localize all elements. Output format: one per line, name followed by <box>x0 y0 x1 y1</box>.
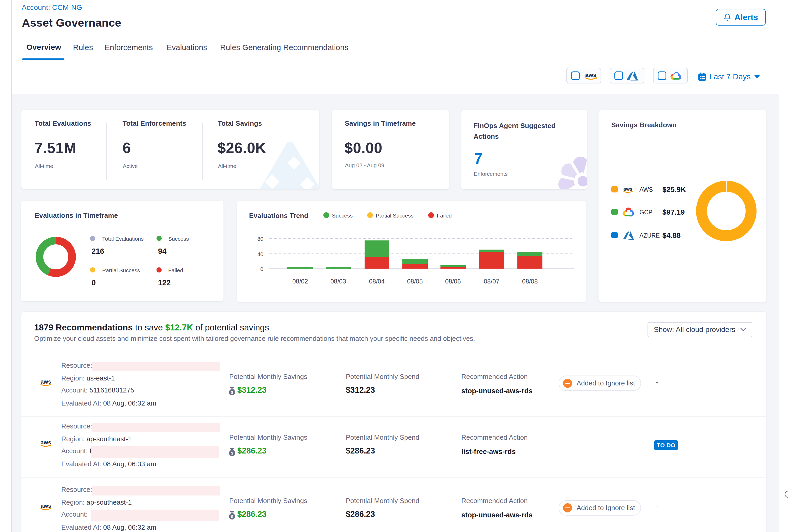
svg-text:aws: aws <box>40 502 51 509</box>
svg-text:0: 0 <box>260 266 263 272</box>
svg-text:08/04: 08/04 <box>369 278 385 285</box>
svg-text:08/07: 08/07 <box>484 278 499 285</box>
svg-text:aws: aws <box>624 187 632 192</box>
svg-text:08/05: 08/05 <box>407 278 423 285</box>
svg-text:aws: aws <box>40 439 51 446</box>
svg-text:08/02: 08/02 <box>292 278 308 285</box>
svg-text:40: 40 <box>258 251 263 257</box>
svg-text:80: 80 <box>258 236 263 242</box>
svg-text:$: $ <box>231 514 233 519</box>
svg-text:08/08: 08/08 <box>522 278 538 285</box>
svg-text:$: $ <box>231 390 233 395</box>
svg-text:$: $ <box>231 451 233 455</box>
svg-text:aws: aws <box>40 378 51 385</box>
svg-text:08/03: 08/03 <box>330 278 346 285</box>
svg-text:aws: aws <box>585 72 596 78</box>
svg-text:08/06: 08/06 <box>445 278 461 285</box>
